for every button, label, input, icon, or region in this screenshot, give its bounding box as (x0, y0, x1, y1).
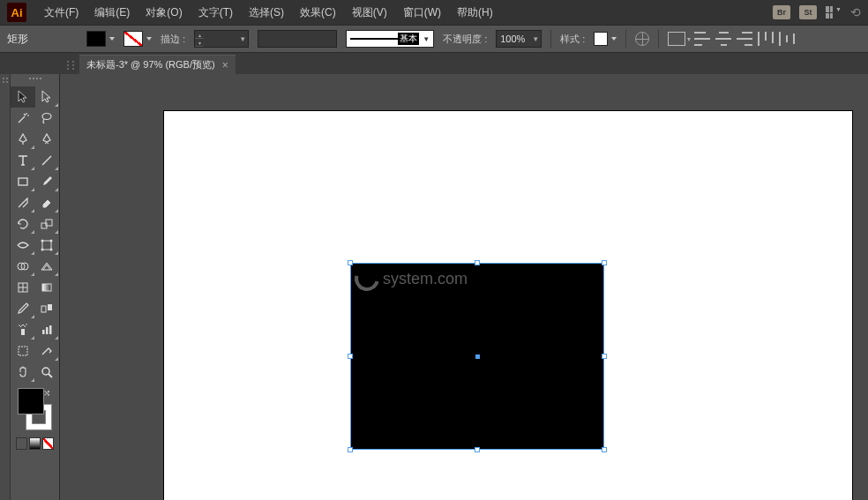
svg-rect-2 (19, 178, 27, 185)
shape-builder-tool[interactable] (11, 256, 35, 277)
svg-line-1 (42, 156, 51, 165)
svg-point-0 (42, 114, 51, 120)
rotate-tool[interactable] (11, 213, 35, 235)
selection-type-label: 矩形 (7, 32, 78, 47)
stroke-weight-input[interactable]: ▴▾ ▼ (194, 30, 249, 48)
artboard-tool[interactable] (11, 340, 35, 362)
menu-object[interactable]: 对象(O) (138, 2, 189, 24)
menu-select[interactable]: 选择(S) (242, 2, 291, 24)
bridge-icon[interactable]: Br (773, 5, 790, 19)
svg-point-7 (50, 240, 53, 243)
rectangle-tool[interactable] (11, 171, 35, 192)
menu-window[interactable]: 窗口(W) (396, 2, 448, 24)
brush-label: 基本 (398, 33, 419, 45)
mesh-tool[interactable] (11, 277, 35, 298)
document-tab-title: 未标题-3* @ 97% (RGB/预览) (86, 58, 215, 71)
hand-tool[interactable] (11, 362, 35, 383)
close-tab-icon[interactable]: × (222, 59, 228, 71)
free-transform-tool[interactable] (35, 235, 60, 256)
svg-rect-24 (19, 347, 27, 355)
svg-point-9 (50, 249, 53, 251)
svg-rect-18 (21, 329, 25, 335)
scale-tool[interactable] (35, 213, 60, 235)
fill-swatch-control[interactable] (86, 31, 115, 47)
stroke-weight-field[interactable] (204, 34, 237, 44)
zoom-tool[interactable] (35, 362, 60, 383)
canvas-area[interactable]: system.com (60, 74, 868, 500)
menu-effect[interactable]: 效果(C) (293, 2, 343, 24)
menu-type[interactable]: 文字(T) (191, 2, 240, 24)
align-to-icon[interactable]: ▼ (668, 32, 685, 46)
stroke-swatch-control[interactable] (123, 31, 152, 47)
color-mode-icon[interactable] (16, 437, 27, 450)
eraser-tool[interactable] (35, 192, 60, 213)
selection-tool[interactable] (11, 86, 35, 108)
variable-width-profile-dropdown[interactable] (258, 30, 337, 48)
recolor-artwork-icon[interactable] (635, 32, 649, 46)
stock-icon[interactable]: St (799, 5, 817, 19)
tools-panel: ⤭ (11, 74, 60, 500)
svg-rect-21 (42, 330, 45, 334)
arrange-documents-icon[interactable]: ▼ (826, 6, 842, 19)
magic-wand-tool[interactable] (11, 108, 35, 129)
svg-rect-16 (41, 306, 46, 312)
swap-fill-stroke-icon[interactable]: ⤭ (43, 388, 50, 398)
blend-tool[interactable] (35, 298, 60, 319)
opacity-label: 不透明度 : (443, 33, 487, 46)
menu-help[interactable]: 帮助(H) (450, 2, 500, 24)
fill-stroke-control[interactable]: ⤭ (18, 388, 52, 430)
svg-point-6 (41, 240, 44, 243)
gradient-mode-icon[interactable] (29, 437, 41, 450)
type-tool[interactable] (11, 150, 35, 171)
svg-rect-17 (48, 304, 52, 310)
app-logo-icon: Ai (7, 3, 26, 22)
svg-rect-23 (49, 325, 52, 334)
svg-rect-15 (42, 284, 51, 291)
width-tool[interactable] (11, 235, 35, 256)
sync-icon[interactable]: ⟲ (850, 5, 861, 19)
svg-point-20 (26, 324, 27, 325)
selected-rectangle[interactable] (351, 264, 603, 449)
perspective-grid-tool[interactable] (35, 256, 60, 277)
align-center-v-icon[interactable] (779, 32, 795, 46)
document-tab-bar: 未标题-3* @ 97% (RGB/预览) × (0, 53, 868, 74)
svg-point-25 (42, 368, 49, 375)
menu-bar: Ai 文件(F) 编辑(E) 对象(O) 文字(T) 选择(S) 效果(C) 视… (0, 0, 868, 25)
align-center-h-icon[interactable] (715, 32, 731, 46)
none-mode-icon[interactable] (42, 437, 54, 450)
lasso-tool[interactable] (35, 108, 60, 129)
svg-point-8 (41, 249, 44, 251)
svg-point-19 (19, 325, 20, 326)
symbol-sprayer-tool[interactable] (11, 319, 35, 340)
tab-grip-icon[interactable] (67, 56, 76, 74)
fill-swatch[interactable] (18, 388, 44, 414)
direct-selection-tool[interactable] (35, 86, 60, 108)
svg-line-26 (49, 374, 52, 377)
brush-definition-dropdown[interactable]: 基本 ▼ (346, 30, 434, 48)
pen-tool[interactable] (11, 129, 35, 150)
eyedropper-tool[interactable] (11, 298, 35, 319)
gradient-tool[interactable] (35, 277, 60, 298)
panel-dock-grip[interactable] (0, 74, 11, 500)
menu-file[interactable]: 文件(F) (37, 2, 86, 24)
slice-tool[interactable] (35, 340, 60, 362)
style-label: 样式 : (560, 33, 585, 46)
shaper-tool[interactable] (11, 192, 35, 213)
column-graph-tool[interactable] (35, 319, 60, 340)
align-top-icon[interactable] (758, 32, 774, 46)
menu-edit[interactable]: 编辑(E) (87, 2, 137, 24)
opacity-input[interactable]: ▼ (496, 30, 542, 48)
opacity-field[interactable] (497, 34, 530, 44)
document-tab[interactable]: 未标题-3* @ 97% (RGB/预览) × (79, 55, 236, 74)
control-bar: 矩形 描边 : ▴▾ ▼ 基本 ▼ 不透明度 : ▼ 样式 : ▼ (0, 25, 868, 53)
curvature-tool[interactable] (35, 129, 60, 150)
stroke-label: 描边 : (161, 33, 185, 46)
align-left-icon[interactable] (694, 32, 710, 46)
svg-rect-5 (42, 241, 51, 250)
menu-view[interactable]: 视图(V) (345, 2, 394, 24)
svg-rect-22 (46, 327, 49, 334)
line-segment-tool[interactable] (35, 150, 60, 171)
align-right-icon[interactable] (737, 32, 752, 46)
paintbrush-tool[interactable] (35, 171, 60, 192)
graphic-style-dropdown[interactable] (594, 32, 617, 46)
